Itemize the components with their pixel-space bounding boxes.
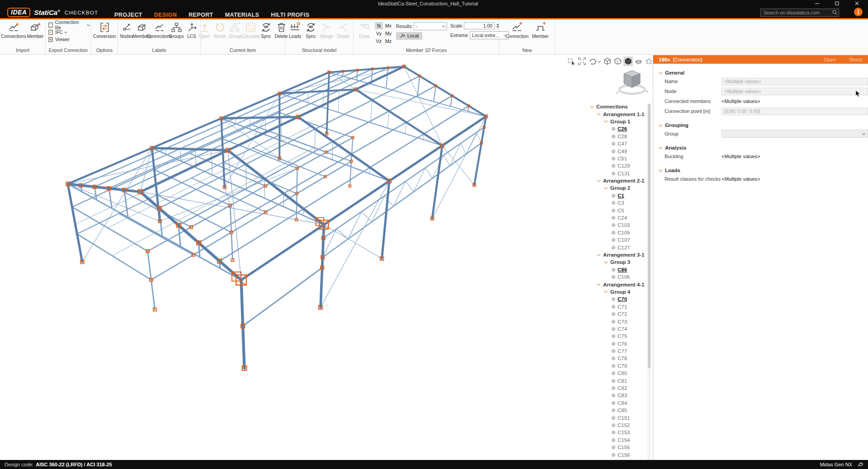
labels-groups-button[interactable]: Groups — [169, 20, 184, 39]
tree-connection-C79[interactable]: C79 — [588, 362, 652, 370]
solid-view-icon[interactable] — [623, 56, 633, 66]
tree-connection-C77[interactable]: C77 — [588, 347, 652, 355]
scale-spinner[interactable] — [496, 23, 499, 28]
tree-connection-C103[interactable]: C103 — [588, 221, 652, 229]
results-select[interactable]: - — [414, 22, 447, 30]
tree-connection-C155[interactable]: C155 — [588, 444, 652, 451]
toggle-mx[interactable]: Mx — [384, 22, 393, 29]
tree-connection-C127[interactable]: C127 — [588, 244, 652, 251]
zoom-fit-icon[interactable] — [577, 56, 587, 66]
tree-connection-C71[interactable]: C71 — [588, 303, 652, 310]
tree-group[interactable]: Group 1 — [588, 118, 652, 125]
toggle-n[interactable]: N — [375, 22, 383, 29]
tree-group[interactable]: Group 3 — [588, 258, 652, 266]
tree-connection-C49[interactable]: C49 — [588, 147, 652, 155]
tree-connection-C76[interactable]: C76 — [588, 340, 652, 347]
tree-connection-C51[interactable]: C51 — [588, 155, 652, 162]
group-button[interactable]: Group — [228, 20, 242, 39]
draw-button[interactable]: Draw — [357, 20, 372, 45]
hidden-line-view-icon[interactable] — [613, 56, 623, 66]
property-input[interactable]: <Multiple values> — [722, 78, 868, 85]
viewport-3d[interactable]: ConnectionsArrangement 1-1Group 1C26C28C… — [0, 55, 653, 460]
chevron-expanded-icon[interactable] — [604, 119, 608, 122]
import-member-button[interactable]: Member — [27, 20, 44, 39]
property-select[interactable] — [722, 130, 868, 138]
tree-connection-C72[interactable]: C72 — [588, 310, 652, 318]
tree-connection-C86[interactable]: C86 — [588, 266, 652, 273]
tree-group[interactable]: Group 4 — [588, 288, 652, 295]
tree-connection-C131[interactable]: C131 — [588, 170, 652, 177]
tab-project[interactable]: PROJECT — [114, 12, 142, 18]
chevron-expanded-icon[interactable] — [590, 104, 594, 108]
wireframe-view-icon[interactable] — [603, 56, 612, 66]
tree-connection-C26[interactable]: C26 — [588, 125, 652, 132]
tab-design[interactable]: DESIGN — [154, 12, 177, 18]
toggle-vz[interactable]: Vz — [375, 38, 383, 45]
info-icon[interactable] — [854, 8, 863, 16]
export-viewer-button[interactable]: Viewer — [48, 36, 90, 42]
home-view-icon[interactable] — [644, 56, 653, 66]
tree-connection-C82[interactable]: C82 — [588, 385, 652, 392]
chevron-down-icon[interactable] — [598, 60, 601, 63]
tree-connection-C80[interactable]: C80 — [588, 370, 652, 377]
tab-report[interactable]: REPORT — [189, 12, 213, 18]
sync-structural-button[interactable]: Sync — [304, 20, 318, 39]
chevron-expanded-icon[interactable] — [597, 112, 600, 115]
tree-connection-C105[interactable]: C105 — [588, 229, 652, 236]
navigation-cube[interactable] — [614, 67, 650, 98]
reset-button[interactable]: Reset — [212, 20, 227, 39]
tree-connection-C151[interactable]: C151 — [588, 414, 652, 421]
tree-connection-C1[interactable]: C1 — [588, 192, 652, 199]
export-ifc-button[interactable]: IFC — [48, 29, 90, 35]
reset-link[interactable]: Reset — [849, 57, 863, 62]
tree-connection-C24[interactable]: C24 — [588, 214, 652, 221]
tree-connection-C85[interactable]: C85 — [588, 407, 652, 414]
new-connection-button[interactable]: Connection — [504, 20, 530, 39]
section-header[interactable]: Analysis — [653, 144, 868, 151]
import-connections-button[interactable]: Connections — [1, 20, 26, 39]
tree-connection-C154[interactable]: C154 — [588, 436, 652, 444]
chevron-expanded-icon[interactable] — [604, 186, 608, 189]
divide-button[interactable]: Divide — [335, 20, 351, 39]
calculate-button[interactable]: Calculate — [243, 20, 258, 39]
tree-arrangement[interactable]: Arrangement 4-1 — [588, 281, 652, 288]
open-button[interactable]: Open — [197, 20, 212, 39]
property-input[interactable]: <Multiple values> — [722, 88, 868, 95]
tree-connection-C3[interactable]: C3 — [588, 199, 652, 206]
tree-connection-C153[interactable]: C153 — [588, 429, 652, 436]
tree-connection-C47[interactable]: C47 — [588, 140, 652, 147]
select-tool-icon[interactable] — [567, 56, 576, 66]
tree-connection-C84[interactable]: C84 — [588, 399, 652, 407]
tree-connection-C152[interactable]: C152 — [588, 422, 652, 429]
new-member-button[interactable]: Member — [531, 20, 550, 39]
export-connection-file-button[interactable]: Connection file — [48, 22, 90, 28]
merge-button[interactable]: Merge — [319, 20, 335, 39]
section-header[interactable]: General — [653, 69, 868, 76]
conversion-button[interactable]: Conversion — [93, 20, 116, 39]
tree-connection-C28[interactable]: C28 — [588, 133, 652, 140]
tree-connection-C106[interactable]: C106 — [588, 273, 652, 281]
toggle-vy[interactable]: Vy — [375, 30, 383, 37]
chevron-expanded-icon[interactable] — [597, 252, 600, 256]
tree-connection-C81[interactable]: C81 — [588, 377, 652, 384]
tree-connection-C70[interactable]: C70 — [588, 295, 652, 303]
local-toggle-button[interactable]: Local — [396, 32, 422, 40]
section-header[interactable]: Loads — [653, 166, 868, 174]
labels-nodes-button[interactable]: Nodes — [119, 20, 134, 39]
structure-3d[interactable] — [0, 55, 653, 460]
tree-connection-C129[interactable]: C129 — [588, 162, 652, 169]
tree-arrangement[interactable]: Arrangement 2-1 — [588, 177, 652, 184]
section-header[interactable]: Grouping — [653, 121, 868, 129]
chevron-expanded-icon[interactable] — [597, 282, 600, 286]
tree-arrangement[interactable]: Arrangement 1-1 — [588, 110, 652, 117]
tab-materials[interactable]: MATERIALS — [225, 12, 259, 18]
minimize-icon[interactable] — [808, 0, 826, 7]
tree-root-connections[interactable]: Connections — [588, 103, 652, 110]
open-link[interactable]: Open — [824, 57, 836, 62]
tree-arrangement[interactable]: Arrangement 3-1 — [588, 251, 652, 258]
chevron-expanded-icon[interactable] — [604, 260, 608, 263]
close-icon[interactable] — [848, 0, 865, 7]
chevron-expanded-icon[interactable] — [597, 178, 600, 182]
labels-connections-button[interactable]: Connections — [150, 20, 168, 39]
tree-connection-C75[interactable]: C75 — [588, 333, 652, 340]
